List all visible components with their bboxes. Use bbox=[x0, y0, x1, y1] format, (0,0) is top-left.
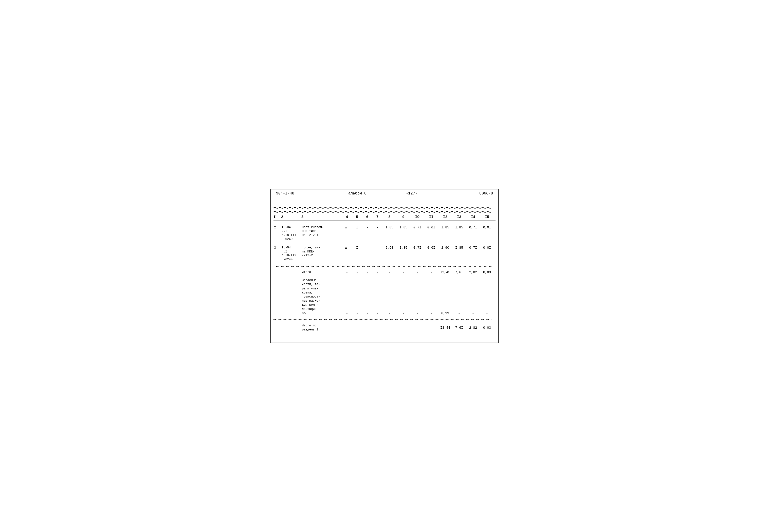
itogo-razdel-dash8: - bbox=[424, 326, 438, 330]
wavy-top bbox=[274, 206, 495, 214]
itogo-dash7: - bbox=[410, 270, 424, 274]
header-middle: -127- bbox=[384, 191, 439, 196]
zapas-dash8: - bbox=[424, 311, 438, 316]
col-header-11: II bbox=[424, 215, 438, 219]
itogo-razdel-col15: 0,03 bbox=[480, 326, 494, 330]
itogo-razdel-label: Итого по разделу I bbox=[301, 324, 342, 332]
itogo-razdel-dash1: - bbox=[342, 326, 352, 330]
itogo-razdel-empty1 bbox=[274, 328, 281, 328]
content-area: I 2 3 4 5 6 7 8 9 IO II I2 I3 I4 I5 2 I5… bbox=[271, 198, 498, 343]
row2-col4: шт bbox=[342, 225, 352, 230]
row2-col11: 0,0I bbox=[424, 225, 438, 230]
itogo-empty1 bbox=[274, 272, 281, 272]
itogo-razdel-dash2: - bbox=[352, 326, 362, 330]
row3-col15: 0,0I bbox=[480, 246, 494, 250]
col-header-5: 5 bbox=[352, 215, 362, 219]
col-header-14: I4 bbox=[466, 215, 480, 219]
itogo-razdel-dash4: - bbox=[372, 326, 382, 330]
row3-col5: I bbox=[352, 246, 362, 250]
itogo-dash2: - bbox=[352, 270, 362, 274]
row2-col10: 0,7I bbox=[410, 225, 424, 230]
zapas-dash4: - bbox=[372, 311, 382, 316]
itogo-razdel-empty2 bbox=[281, 328, 301, 328]
row3-col4: шт bbox=[342, 246, 352, 250]
col-header-15: I5 bbox=[480, 215, 494, 219]
zapas-col13: - bbox=[452, 311, 466, 316]
row2-col2: I5-04 ч.I п.I8-III 8-6240 bbox=[281, 225, 301, 242]
zapas-dash3: - bbox=[362, 311, 372, 316]
zapas-dash2: - bbox=[352, 311, 362, 316]
zapas-col15: - bbox=[480, 311, 494, 316]
zapas-dash1: - bbox=[342, 311, 352, 316]
col-header-9: 9 bbox=[396, 215, 410, 219]
row2-col15: 0,0I bbox=[480, 225, 494, 230]
table-row: 2 I5-04 ч.I п.I8-III 8-6240 Пост кнопоч-… bbox=[271, 225, 498, 242]
row2-col12: I,85 bbox=[438, 225, 452, 230]
row3-col14: 0,7I bbox=[466, 246, 480, 250]
row2-col3: Пост кнопоч- ный типа ПКЕ-2I2-I bbox=[301, 225, 342, 238]
row2-col13: I,85 bbox=[452, 225, 466, 230]
zapas-dash5: - bbox=[382, 311, 396, 316]
zapas-empty2 bbox=[281, 315, 301, 316]
itogo-col12: I2,45 bbox=[438, 270, 452, 274]
row3-col6: - bbox=[362, 246, 372, 250]
header-left: 904-I-48 bbox=[276, 191, 330, 196]
itogo-empty2 bbox=[281, 272, 301, 272]
row3-col12: 2,90 bbox=[438, 246, 452, 250]
row2-col8: I,85 bbox=[382, 225, 396, 230]
row3-col2: I5-04 ч.I п.I8-II2 8-6240 bbox=[281, 246, 301, 262]
header-right: 8066/8 bbox=[439, 191, 493, 196]
itogo-razdel-dash7: - bbox=[410, 326, 424, 330]
row2-col7: - bbox=[372, 225, 382, 230]
col-header-3: 3 bbox=[301, 215, 342, 219]
itogo-dash4: - bbox=[372, 270, 382, 274]
zapas-dash7: - bbox=[410, 311, 424, 316]
header-border bbox=[274, 221, 495, 221]
zapas-col12: 0,99 bbox=[438, 311, 452, 316]
row3-col8: 2,90 bbox=[382, 246, 396, 250]
row3-col11: 0,0I bbox=[424, 246, 438, 250]
header-center: альбом 8 bbox=[330, 191, 384, 196]
itogo-dash6: - bbox=[396, 270, 410, 274]
col-header-6: 6 bbox=[362, 215, 372, 219]
zapas-row: Запасные части, та- ра и упа- ковка, тра… bbox=[271, 278, 498, 316]
column-headers: I 2 3 4 5 6 7 8 9 IO II I2 I3 I4 I5 bbox=[271, 214, 498, 220]
col-header-8: 8 bbox=[382, 215, 396, 219]
itogo-row: Итого - - - - - - - - I2,45 7,6I 2,82 0,… bbox=[271, 270, 498, 275]
header-row: 904-I-48 альбом 8 -127- 8066/8 bbox=[271, 189, 498, 198]
itogo-dash3: - bbox=[362, 270, 372, 274]
itogo-dash5: - bbox=[382, 270, 396, 274]
itogo-razdel-dash3: - bbox=[362, 326, 372, 330]
itogo-razdel-col12: I3,44 bbox=[438, 326, 452, 330]
row2-col14: 0,7I bbox=[466, 225, 480, 230]
col-header-2: 2 bbox=[281, 215, 301, 219]
row3-col10: 0,7I bbox=[410, 246, 424, 250]
zapas-dash6: - bbox=[396, 311, 410, 316]
itogo-dash8: - bbox=[424, 270, 438, 274]
row3-col9: I,85 bbox=[396, 246, 410, 250]
col-header-7: 7 bbox=[372, 215, 382, 219]
row2-col6: - bbox=[362, 225, 372, 230]
wavy-separator-2 bbox=[274, 318, 495, 322]
wavy-separator-1 bbox=[274, 264, 495, 268]
itogo-razdel-col13: 7,6I bbox=[452, 326, 466, 330]
itogo-col13: 7,6I bbox=[452, 270, 466, 274]
row2-col9: I,85 bbox=[396, 225, 410, 230]
row3-col3: То же, ти- па ПКЕ- -2I2-2 bbox=[301, 246, 342, 258]
col-header-13: I3 bbox=[452, 215, 466, 219]
row3-col1: 3 bbox=[274, 246, 281, 250]
itogo-razdel-dash6: - bbox=[396, 326, 410, 330]
row2-col5: I bbox=[352, 225, 362, 230]
itogo-col14: 2,82 bbox=[466, 270, 480, 274]
itogo-col15: 0,03 bbox=[480, 270, 494, 274]
itogo-razdel-row: Итого по разделу I - - - - - - - - I3,44… bbox=[271, 323, 498, 332]
zapas-empty1 bbox=[274, 315, 281, 316]
table-row: 3 I5-04 ч.I п.I8-II2 8-6240 То же, ти- п… bbox=[271, 245, 498, 262]
row2-col1: 2 bbox=[274, 225, 281, 230]
zapas-col14: - bbox=[466, 311, 480, 316]
col-header-4: 4 bbox=[342, 215, 352, 219]
itogo-label: Итого bbox=[301, 270, 342, 275]
itogo-razdel-col14: 2,82 bbox=[466, 326, 480, 330]
zapas-label: Запасные части, та- ра и упа- ковка, тра… bbox=[301, 278, 342, 316]
col-header-12: I2 bbox=[438, 215, 452, 219]
